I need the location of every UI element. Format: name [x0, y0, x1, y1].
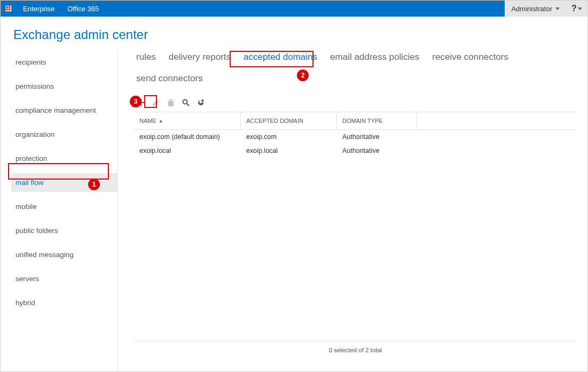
cell-empty — [417, 144, 577, 158]
selection-status: 0 selected of 2 total — [134, 342, 577, 359]
svg-rect-3 — [6, 9, 9, 11]
tab-email-address-policies[interactable]: email address policies — [328, 51, 421, 64]
column-header-name[interactable]: NAME ▲ — [134, 112, 241, 129]
tab-rules[interactable]: rules — [134, 51, 158, 64]
cell-type: Authoritative — [337, 130, 417, 144]
help-button[interactable]: ? — [566, 1, 587, 17]
topbar-tab-office365[interactable]: Office 365 — [61, 1, 105, 17]
user-name-label: Administrator — [511, 5, 552, 13]
tab-delivery-reports[interactable]: delivery reports — [167, 51, 233, 64]
pencil-icon — [152, 98, 160, 107]
sidebar-item-recipients[interactable]: recipients — [11, 53, 117, 72]
cell-name: exoip.local — [134, 144, 241, 158]
sidebar-item-mailflow[interactable]: mail flow — [11, 173, 117, 192]
column-header-empty — [417, 112, 577, 129]
sidebar-item-organization[interactable]: organization — [11, 125, 117, 144]
top-bar: Enterprise Office 365 Administrator ? — [1, 1, 587, 17]
edit-button[interactable] — [151, 98, 161, 107]
sidebar-item-hybrid[interactable]: hybrid — [11, 293, 117, 312]
page-title: Exchange admin center — [11, 27, 577, 42]
column-name-label: NAME — [139, 118, 156, 124]
tab-send-connectors[interactable]: send connectors — [134, 72, 205, 85]
sidebar: recipients permissions compliance manage… — [11, 51, 118, 371]
toolbar — [136, 98, 577, 107]
refresh-icon — [197, 98, 205, 107]
table-row[interactable]: exoip.local exoip.local Authoritative — [134, 144, 577, 158]
svg-point-5 — [183, 100, 187, 104]
domains-table: NAME ▲ ACCEPTED DOMAIN DOMAIN TYPE exoip… — [134, 112, 577, 342]
cell-empty — [417, 130, 577, 144]
sidebar-item-unifiedmessaging[interactable]: unified messaging — [11, 245, 117, 264]
trash-icon — [167, 98, 175, 107]
help-icon: ? — [571, 4, 577, 13]
office-waffle-icon[interactable] — [1, 5, 17, 12]
refresh-button[interactable] — [196, 98, 206, 107]
svg-rect-2 — [9, 6, 11, 9]
sidebar-item-protection[interactable]: protection — [11, 149, 117, 168]
sort-asc-icon: ▲ — [159, 118, 163, 123]
tab-receive-connectors[interactable]: receive connectors — [430, 51, 511, 64]
sidebar-item-publicfolders[interactable]: public folders — [11, 221, 117, 240]
plus-icon — [137, 98, 145, 107]
svg-rect-4 — [9, 9, 11, 11]
sidebar-item-compliance[interactable]: compliance management — [11, 101, 117, 120]
topbar-tab-enterprise[interactable]: Enterprise — [17, 1, 61, 17]
cell-domain: exoip.com — [241, 130, 337, 144]
sidebar-item-mobile[interactable]: mobile — [11, 197, 117, 216]
table-row[interactable]: exoip.com (default domain) exoip.com Aut… — [134, 130, 577, 144]
magnifier-icon — [182, 98, 190, 107]
tabs: rules delivery reports accepted domains … — [134, 51, 577, 85]
tab-accepted-domains[interactable]: accepted domains — [241, 51, 319, 64]
search-button[interactable] — [181, 98, 191, 107]
sidebar-item-permissions[interactable]: permissions — [11, 77, 117, 96]
delete-button[interactable] — [166, 98, 176, 107]
column-header-type[interactable]: DOMAIN TYPE — [337, 112, 417, 129]
user-menu[interactable]: Administrator — [505, 1, 566, 17]
cell-name: exoip.com (default domain) — [134, 130, 241, 144]
chevron-down-icon — [578, 7, 582, 10]
sidebar-item-servers[interactable]: servers — [11, 269, 117, 288]
add-button[interactable] — [136, 98, 146, 107]
cell-domain: exoip.local — [241, 144, 337, 158]
chevron-down-icon — [555, 7, 560, 10]
column-header-domain[interactable]: ACCEPTED DOMAIN — [241, 112, 337, 129]
svg-rect-1 — [6, 6, 9, 9]
cell-type: Authoritative — [337, 144, 417, 158]
table-header: NAME ▲ ACCEPTED DOMAIN DOMAIN TYPE — [134, 112, 577, 130]
